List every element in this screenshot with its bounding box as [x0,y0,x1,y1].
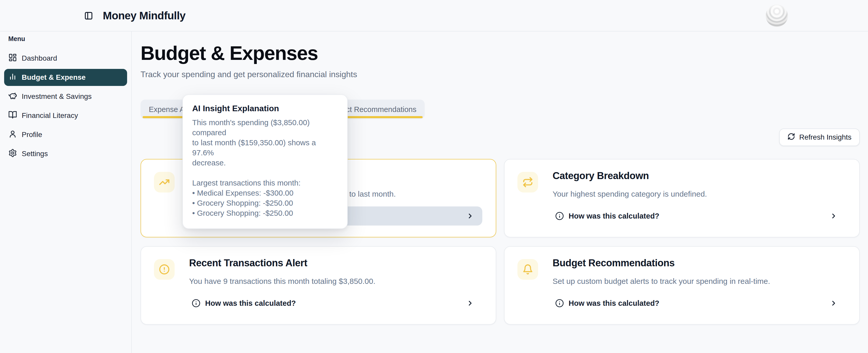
ai-insight-popover-title: AI Insight Explanation [192,104,338,113]
how-calculated-button[interactable]: How was this calculated? [547,294,846,313]
how-calculated-button[interactable]: How was this calculated? [183,294,482,313]
sidebar-item-label: Dashboard [22,54,57,63]
sidebar-item-profile[interactable]: Profile [4,126,127,143]
how-calculated-label: How was this calculated? [568,299,659,308]
chevron-right-icon [466,299,474,307]
page-subtitle: Track your spending and get personalized… [141,70,860,78]
recent-transactions-alert-card: Recent Transactions Alert You have 9 tra… [141,246,496,325]
chevron-right-icon [830,299,838,307]
sidebar-item-label: Financial Literacy [22,111,78,120]
budget-recommendations-card: Budget Recommendations Set up custom bud… [504,246,860,325]
bar-chart-icon [8,72,17,83]
gear-icon [8,149,17,159]
user-icon [8,130,17,140]
card-description: You have 9 transactions this month total… [189,276,481,286]
repeat-icon [518,172,538,192]
trending-up-icon [154,172,175,192]
sidebar-item-label: Profile [22,131,42,139]
info-icon [192,299,200,308]
user-avatar[interactable] [766,5,788,27]
sidebar-item-label: Budget & Expense [22,73,86,81]
sidebar: Menu Dashboard Budget & Expense Investme… [0,32,132,353]
how-calculated-label: How was this calculated? [568,212,659,220]
bell-icon [518,259,538,280]
chevron-right-icon [830,212,838,220]
sidebar-item-dashboard[interactable]: Dashboard [4,50,127,67]
alert-circle-icon [154,259,175,280]
refresh-insights-button[interactable]: Refresh Insights [779,129,860,146]
panel-left-icon [84,11,93,20]
sidebar-item-label: Investment & Savings [22,93,92,101]
ai-insight-popover-body: This month's spending ($3,850.00) compar… [192,117,338,218]
open-book-icon [8,110,17,121]
piggy-bank-icon [8,91,17,102]
card-title: Category Breakdown [553,170,649,181]
how-calculated-label: How was this calculated? [205,299,296,308]
ai-insight-popover: AI Insight Explanation This month's spen… [182,95,348,229]
sidebar-item-label: Settings [22,150,48,158]
page-title: Budget & Expenses [141,43,860,63]
sidebar-item-budget-expense[interactable]: Budget & Expense [4,69,127,86]
refresh-insights-label: Refresh Insights [799,133,851,141]
info-icon [555,299,564,308]
chevron-right-icon [466,212,474,220]
sidebar-item-settings[interactable]: Settings [4,145,127,162]
card-title: Budget Recommendations [553,257,675,269]
card-title: Recent Transactions Alert [189,257,307,269]
category-breakdown-card: Category Breakdown Your highest spending… [504,159,860,237]
sidebar-item-financial-literacy[interactable]: Financial Literacy [4,107,127,124]
sidebar-toggle-button[interactable] [84,11,93,20]
info-icon [555,212,564,220]
app-title: Money Mindfully [103,0,185,32]
card-description: Set up custom budget alerts to track you… [553,276,845,286]
sidebar-item-investment-savings[interactable]: Investment & Savings [4,88,127,105]
app-window: Money Mindfully Menu Dashboard Budget & … [0,0,868,353]
sidebar-section-label: Menu [8,35,131,43]
card-description: Your highest spending category is undefi… [553,189,845,199]
refresh-icon [787,133,795,142]
dashboard-grid-icon [8,53,17,64]
how-calculated-button[interactable]: How was this calculated? [547,206,846,225]
top-header: Money Mindfully [0,0,868,32]
